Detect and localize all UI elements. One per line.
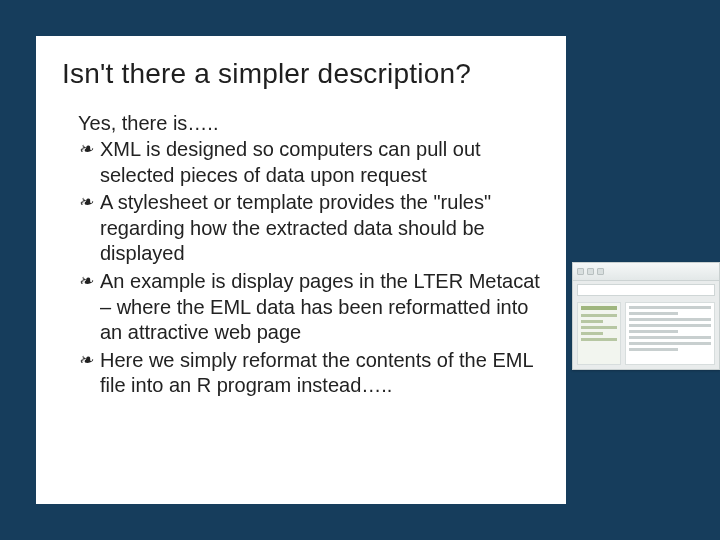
list-item: ❧ XML is designed so computers can pull … bbox=[78, 137, 544, 188]
bullet-text: XML is designed so computers can pull ou… bbox=[100, 137, 544, 188]
bullet-icon: ❧ bbox=[78, 348, 100, 372]
bullet-text: A stylesheet or template provides the "r… bbox=[100, 190, 544, 267]
slide-intro: Yes, there is….. bbox=[78, 112, 544, 135]
bullet-text: An example is display pages in the LTER … bbox=[100, 269, 544, 346]
bullet-list: ❧ XML is designed so computers can pull … bbox=[78, 137, 544, 399]
slide-card: Isn't there a simpler description? Yes, … bbox=[36, 36, 566, 504]
slide-title: Isn't there a simpler description? bbox=[62, 58, 544, 90]
bullet-icon: ❧ bbox=[78, 269, 100, 293]
bullet-text: Here we simply reformat the contents of … bbox=[100, 348, 544, 399]
thumbnail-body bbox=[573, 299, 719, 369]
bullet-icon: ❧ bbox=[78, 190, 100, 214]
thumbnail-url-bar bbox=[577, 284, 715, 296]
webpage-thumbnail bbox=[572, 262, 720, 370]
thumbnail-browser-chrome bbox=[573, 263, 719, 281]
list-item: ❧ A stylesheet or template provides the … bbox=[78, 190, 544, 267]
list-item: ❧ An example is display pages in the LTE… bbox=[78, 269, 544, 346]
list-item: ❧ Here we simply reformat the contents o… bbox=[78, 348, 544, 399]
bullet-icon: ❧ bbox=[78, 137, 100, 161]
